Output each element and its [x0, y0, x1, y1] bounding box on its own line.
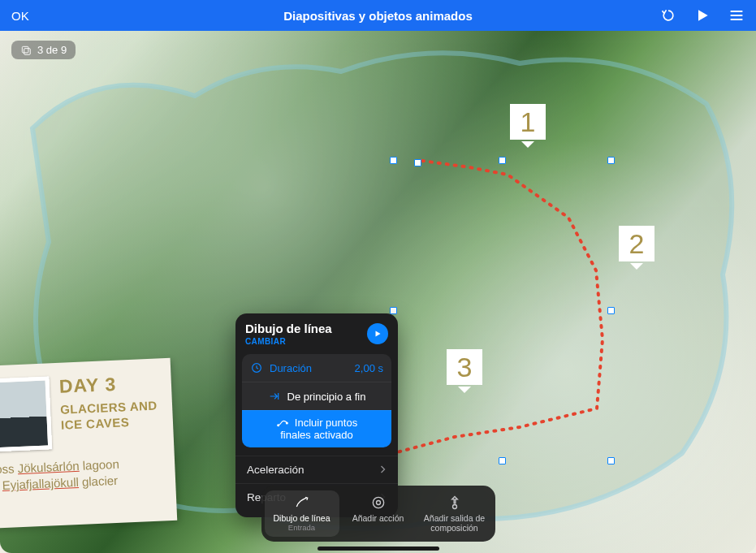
day-card-subtitle: GLACIERS AND ICE CAVES [60, 398, 162, 433]
acceleration-row[interactable]: Aceleración [235, 456, 398, 483]
svg-point-5 [373, 497, 383, 508]
path-icon [276, 417, 289, 430]
marker-label: 3 [457, 352, 473, 383]
add-action-label: Añadir acción [352, 513, 404, 523]
svg-point-7 [452, 504, 456, 508]
direction-label: De principio a fin [287, 391, 366, 403]
build-out-icon [446, 495, 464, 511]
build-out-label-2: composición [430, 523, 477, 533]
duration-label: Duración [270, 362, 312, 374]
map-marker-2[interactable]: 2 [619, 226, 654, 261]
add-action-button[interactable]: Añadir acción [341, 490, 416, 537]
svg-rect-1 [24, 48, 31, 54]
svg-point-4 [286, 422, 287, 424]
play-icon[interactable] [694, 7, 711, 24]
play-icon [373, 329, 382, 339]
build-in-button[interactable]: Dibujo de línea Entrada [265, 490, 339, 537]
page-title: Diapositivas y objetos animados [0, 9, 756, 23]
ok-button[interactable]: OK [11, 9, 29, 23]
slide-counter[interactable]: 3 de 9 [11, 41, 76, 59]
day-card[interactable]: DAY 3 GLACIERS AND ICE CAVES ross Jökuls… [0, 358, 177, 529]
day-card-body: ross Jökulsárlón lagoon n Eyjafjallajöku… [0, 454, 164, 495]
slide-canvas[interactable]: 3 de 9 1 2 3 DAY 3 GLACIERS AND ICE CAVE… [0, 31, 756, 553]
duration-row[interactable]: Duración 2,00 s [242, 354, 391, 382]
topbar: OK Diapositivas y objetos animados [0, 0, 756, 31]
animation-actionbar: Dibujo de línea Entrada Añadir acción Añ… [261, 486, 495, 542]
svg-point-6 [376, 500, 380, 504]
chevron-right-icon [379, 464, 387, 474]
home-indicator [318, 547, 439, 551]
direction-row[interactable]: De principio a fin [242, 382, 391, 410]
endpoints-label-1: Incluir puntos [295, 417, 357, 430]
acceleration-label: Aceleración [247, 464, 305, 476]
map-marker-1[interactable]: 1 [510, 104, 546, 140]
slides-icon [20, 45, 32, 56]
add-build-out-button[interactable]: Añadir salida de composición [417, 490, 492, 537]
day-card-title: DAY 3 [58, 371, 160, 397]
marker-label: 2 [629, 228, 645, 260]
svg-rect-0 [22, 46, 28, 53]
duration-value: 2,00 s [355, 362, 383, 374]
build-in-sublabel: Entrada [288, 524, 315, 533]
endpoints-toggle[interactable]: Incluir puntos finales activado [242, 410, 391, 447]
build-out-label-1: Añadir salida de [424, 513, 485, 523]
svg-point-3 [278, 425, 279, 426]
change-button[interactable]: CAMBIAR [245, 337, 332, 346]
endpoints-label-2: finales activado [280, 430, 353, 442]
action-icon [369, 495, 387, 511]
undo-icon[interactable] [660, 7, 676, 24]
preview-play-button[interactable] [367, 323, 388, 344]
list-icon[interactable] [728, 7, 745, 24]
line-draw-icon [293, 495, 311, 511]
map-marker-3[interactable]: 3 [447, 349, 482, 385]
clock-icon [250, 361, 263, 374]
build-in-label: Dibujo de línea [273, 513, 330, 523]
day-card-photo [0, 376, 52, 451]
marker-label: 1 [521, 106, 536, 138]
direction-icon [268, 390, 281, 403]
popover-title: Dibujo de línea [245, 322, 332, 335]
slide-counter-text: 3 de 9 [37, 44, 67, 56]
